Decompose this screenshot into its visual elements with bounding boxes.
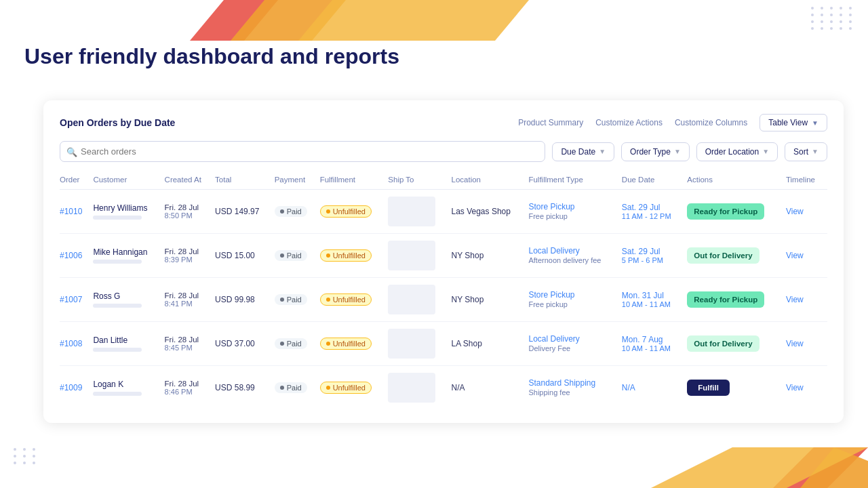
table-header: Order Customer Created At Total Payment … — [60, 173, 827, 190]
order-link[interactable]: #1008 — [60, 339, 82, 348]
view-link[interactable]: View — [786, 339, 804, 348]
col-customer: Customer — [93, 173, 164, 190]
created-time: 8:50 PM — [165, 211, 210, 220]
payment-badge: Paid — [275, 206, 307, 217]
created-at-cell: Fri. 28 Jul 8:46 PM — [165, 366, 215, 410]
svg-marker-4 — [800, 447, 868, 488]
fulfillment-type-link[interactable]: Standard Shipping — [528, 378, 616, 388]
unfulfilled-dot — [326, 342, 330, 346]
fulfillment-sub: Delivery Fee — [528, 344, 570, 352]
view-link[interactable]: View — [786, 207, 804, 216]
fulfillment-sub: Free pickup — [528, 212, 567, 220]
actions-cell: Fulfill — [687, 366, 786, 410]
due-date-link[interactable]: Sat. 29 Jul — [622, 247, 682, 256]
location-name: NY Shop — [452, 295, 484, 304]
col-location: Location — [452, 173, 529, 190]
due-time: 11 AM - 12 PM — [622, 212, 682, 220]
ready-for-pickup-button[interactable]: Ready for Pickup — [687, 291, 764, 308]
fulfill-button[interactable]: Fulfill — [687, 380, 730, 396]
table-row: #1009 Logan K Fri. 28 Jul 8:46 PM USD 58… — [60, 366, 827, 410]
ship-to-cell — [388, 322, 451, 366]
customer-name: Ross G — [93, 291, 120, 301]
sort-label: Sort — [793, 147, 808, 157]
order-type-filter[interactable]: Order Type ▼ — [621, 142, 690, 161]
fulfillment-type-link[interactable]: Local Delivery — [528, 246, 616, 256]
view-link[interactable]: View — [786, 295, 804, 304]
location-cell: N/A — [452, 366, 529, 410]
payment-label: Paid — [287, 296, 302, 304]
customize-columns-link[interactable]: Customize Columns — [675, 118, 747, 127]
out-for-delivery-button[interactable]: Out for Delivery — [687, 336, 759, 352]
paid-dot — [280, 342, 284, 346]
fulfillment-badge: Unfulfilled — [320, 205, 372, 218]
fulfillment-cell: Unfulfilled — [320, 322, 389, 366]
due-date-link[interactable]: Mon. 7 Aug — [622, 335, 682, 344]
actions-cell: Out for Delivery — [687, 322, 786, 366]
fulfillment-type-link[interactable]: Local Delivery — [528, 334, 616, 344]
due-date-link[interactable]: Sat. 29 Jul — [622, 203, 682, 212]
order-number: #1009 — [60, 366, 93, 410]
due-date-link[interactable]: Mon. 31 Jul — [622, 291, 682, 300]
created-at-cell: Fri. 28 Jul 8:39 PM — [165, 234, 215, 278]
fulfillment-label: Unfulfilled — [333, 207, 366, 216]
due-date-cell: N/A — [622, 366, 687, 410]
order-link[interactable]: #1009 — [60, 383, 82, 392]
order-link[interactable]: #1007 — [60, 295, 82, 304]
fulfillment-badge: Unfulfilled — [320, 382, 372, 394]
order-location-label: Order Location — [705, 147, 759, 157]
created-date: Fri. 28 Jul — [165, 291, 210, 300]
due-date-filter[interactable]: Due Date ▼ — [552, 142, 614, 161]
customer-bar — [93, 304, 142, 308]
order-number: #1007 — [60, 278, 93, 322]
ship-to-cell — [388, 366, 451, 410]
total-cell: USD 99.98 — [215, 278, 275, 322]
card-header: Open Orders by Due Date Product Summary … — [60, 114, 827, 131]
customer-bar — [93, 348, 142, 352]
fulfillment-cell: Unfulfilled — [320, 190, 389, 234]
created-time: 8:45 PM — [165, 344, 210, 352]
order-link[interactable]: #1010 — [60, 207, 82, 216]
payment-badge: Paid — [275, 250, 307, 261]
col-actions: Actions — [687, 173, 786, 190]
col-order: Order — [60, 173, 93, 190]
payment-cell: Paid — [275, 366, 320, 410]
table-row: #1006 Mike Hannigan Fri. 28 Jul 8:39 PM … — [60, 234, 827, 278]
order-location-filter[interactable]: Order Location ▼ — [696, 142, 778, 161]
customer-bar — [93, 260, 142, 264]
fulfillment-type-link[interactable]: Store Pickup — [528, 202, 616, 211]
due-date-cell: Sat. 29 Jul 5 PM - 6 PM — [622, 234, 687, 278]
fulfillment-cell: Unfulfilled — [320, 366, 389, 410]
order-link[interactable]: #1006 — [60, 251, 82, 260]
search-input[interactable] — [60, 141, 545, 162]
customer-cell: Mike Hannigan — [93, 234, 164, 278]
view-link[interactable]: View — [786, 383, 804, 392]
customize-actions-link[interactable]: Customize Actions — [595, 118, 663, 127]
order-number: #1008 — [60, 322, 93, 366]
payment-label: Paid — [287, 384, 302, 392]
payment-badge: Paid — [275, 294, 307, 305]
customer-cell: Ross G — [93, 278, 164, 322]
payment-label: Paid — [287, 251, 302, 260]
ship-to-cell — [388, 234, 451, 278]
fulfillment-type-link[interactable]: Store Pickup — [528, 290, 616, 300]
payment-cell: Paid — [275, 190, 320, 234]
created-at-cell: Fri. 28 Jul 8:45 PM — [165, 322, 215, 366]
ready-for-pickup-button[interactable]: Ready for Pickup — [687, 203, 764, 220]
top-decorative-shapes — [170, 0, 549, 41]
location-name: Las Vegas Shop — [452, 207, 511, 216]
created-date: Fri. 28 Jul — [165, 203, 210, 211]
fulfillment-badge: Unfulfilled — [320, 249, 372, 262]
fulfillment-label: Unfulfilled — [333, 251, 366, 260]
chevron-down-icon: ▼ — [599, 148, 606, 155]
chevron-down-icon: ▼ — [812, 148, 818, 155]
table-view-button[interactable]: Table View ▼ — [760, 114, 827, 131]
view-link[interactable]: View — [786, 251, 804, 260]
col-total: Total — [215, 173, 275, 190]
sort-filter[interactable]: Sort ▼ — [785, 142, 827, 161]
out-for-delivery-button[interactable]: Out for Delivery — [687, 247, 759, 264]
timeline-cell: View — [786, 234, 827, 278]
fulfillment-sub: Afternoon delivery fee — [528, 256, 601, 264]
timeline-cell: View — [786, 190, 827, 234]
product-summary-link[interactable]: Product Summary — [518, 118, 583, 127]
customer-bar — [93, 392, 142, 396]
